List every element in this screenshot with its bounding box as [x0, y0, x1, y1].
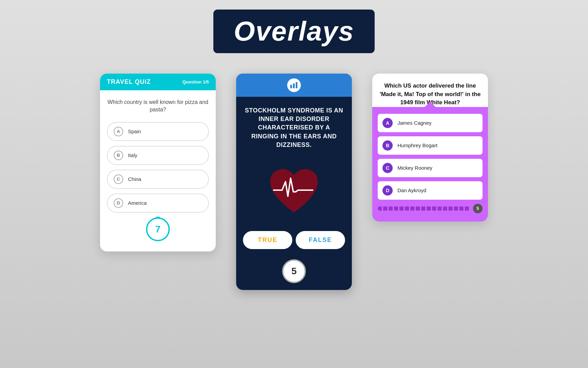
option-a-letter: A [114, 127, 123, 136]
bar-chart-icon [287, 78, 301, 92]
card2-icon-bar [236, 74, 352, 97]
actor-option-b-text: Humphrey Bogart [397, 142, 438, 148]
card2-statement: STOCKHOLM SYNDROME IS AN INNER EAR DISOR… [236, 97, 352, 156]
true-button[interactable]: TRUE [243, 231, 292, 249]
option-d-letter: D [114, 198, 123, 208]
option-b-letter: B [114, 151, 123, 160]
actor-quiz-card: Which US actor delivered the line 'Made … [372, 74, 488, 221]
page-title: Overlays [234, 16, 354, 47]
timer-number: 7 [155, 224, 161, 235]
card1-question-number: Question 1/5 [182, 79, 209, 85]
option-d[interactable]: D America [107, 194, 209, 213]
actor-option-b-letter: B [382, 140, 393, 151]
cards-container: TRAVEL QUIZ Question 1/5 Which country i… [100, 74, 488, 290]
svg-rect-2 [296, 82, 297, 88]
progress-bar [378, 206, 470, 211]
card1-badge: TRAVEL QUIZ [107, 78, 151, 86]
actor-option-b[interactable]: B Humphrey Bogart [378, 136, 483, 155]
header-banner: Overlays [213, 10, 375, 53]
actor-option-c-text: Mickey Rooney [397, 165, 432, 171]
card2-timer-number: 5 [291, 266, 297, 277]
card1-header: TRAVEL QUIZ Question 1/5 [100, 74, 216, 90]
option-a[interactable]: A Spain [107, 122, 209, 141]
option-d-text: America [128, 200, 147, 206]
actor-option-d[interactable]: D Dan Aykroyd [378, 181, 483, 200]
option-a-text: Spain [128, 128, 141, 134]
timer-circle: 7 [146, 217, 170, 241]
card1-question: Which country is well known for pizza an… [107, 98, 209, 114]
actor-option-d-text: Dan Aykroyd [397, 187, 426, 193]
card2-timer: 5 [282, 259, 306, 283]
option-c-letter: C [114, 174, 123, 184]
progress-badge: 5 [473, 204, 483, 213]
actor-option-a[interactable]: A James Cagney [378, 114, 483, 132]
heart-graphic [263, 159, 325, 221]
true-false-card: STOCKHOLM SYNDROME IS AN INNER EAR DISOR… [236, 74, 352, 290]
card1-timer: 7 [107, 217, 209, 241]
travel-quiz-card: TRAVEL QUIZ Question 1/5 Which country i… [100, 74, 216, 251]
card3-body: A James Cagney B Humphrey Bogart C Micke… [372, 107, 488, 221]
option-b[interactable]: B Italy [107, 146, 209, 165]
actor-option-a-text: James Cagney [397, 120, 431, 126]
option-c-text: China [128, 176, 141, 182]
svg-rect-1 [293, 83, 295, 88]
card2-buttons: TRUE FALSE [236, 231, 352, 259]
option-c[interactable]: C China [107, 170, 209, 189]
actor-option-c-letter: C [382, 163, 393, 173]
actor-option-d-letter: D [382, 185, 393, 196]
svg-rect-0 [290, 85, 292, 88]
card3-progress: 5 [378, 204, 483, 213]
actor-option-c[interactable]: C Mickey Rooney [378, 159, 483, 177]
actor-option-a-letter: A [382, 118, 393, 128]
false-button[interactable]: FALSE [296, 231, 345, 249]
option-b-text: Italy [128, 152, 137, 158]
card1-body: Which country is well known for pizza an… [100, 90, 216, 251]
